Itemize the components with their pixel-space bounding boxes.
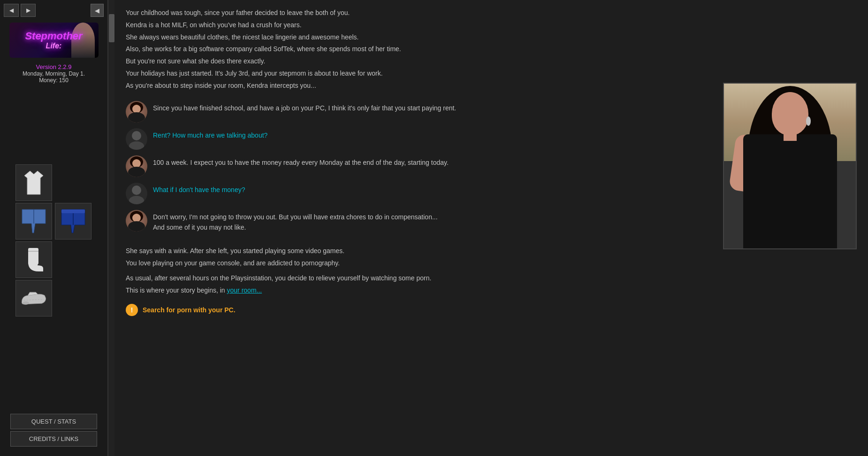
character-photo — [723, 83, 857, 249]
content-wrapper: Your childhood was tough, since your fat… — [126, 8, 857, 316]
version-info: Version 2.2.9 Monday, Morning, Day 1. Mo… — [23, 63, 85, 84]
quest-text[interactable]: Search for porn with your PC. — [143, 306, 236, 314]
intro-line-6: Your holidays has just started. It's Jul… — [126, 68, 857, 79]
outro-line-2: You love playing on your game console, a… — [126, 258, 857, 269]
collapse-button[interactable]: ◀ — [91, 4, 104, 17]
quest-icon: ! — [126, 304, 138, 316]
intro-line-1: Your childhood was tough, since your fat… — [126, 8, 857, 19]
player-avatar-icon-2 — [126, 183, 147, 204]
intro-line-3: She always wears beautiful clothes, the … — [126, 32, 857, 43]
back-button[interactable]: ◀ — [4, 4, 19, 17]
svg-marker-0 — [24, 171, 43, 194]
intro-block: Your childhood was tough, since your fat… — [126, 8, 857, 92]
quest-stats-button[interactable]: QUEST / STATS — [10, 414, 97, 429]
inventory-item-empty3 — [55, 280, 91, 317]
forward-button[interactable]: ▶ — [21, 4, 36, 17]
inventory-item-boxers[interactable] — [55, 203, 91, 240]
inventory-item-jeans[interactable] — [15, 203, 52, 240]
logo-line2: Life: — [25, 42, 82, 50]
svg-point-8 — [23, 301, 29, 305]
boxers-icon — [59, 207, 87, 235]
sneakers-icon — [20, 284, 48, 312]
tshirt-icon — [20, 169, 48, 197]
final-line-2-text: This is where your story begins, in — [126, 286, 227, 294]
final-line-2: This is where your story begins, in your… — [126, 285, 857, 296]
scrollbar[interactable] — [108, 0, 114, 456]
inventory — [12, 161, 96, 320]
svg-point-23 — [132, 214, 141, 222]
player-avatar-icon — [126, 128, 147, 150]
svg-point-20 — [129, 196, 144, 204]
intro-line-5: But you're not sure what she does there … — [126, 56, 857, 67]
logo-line1: Stepmother — [25, 31, 82, 42]
dialogue-section: Since you have finished school, and have… — [126, 95, 857, 239]
final-block: As usual, after several hours on the Pla… — [126, 273, 857, 296]
version-number: Version 2.2.9 — [23, 63, 85, 70]
svg-rect-5 — [61, 209, 85, 213]
kendra-avatar-icon-2 — [126, 155, 147, 177]
woman-figure — [724, 84, 856, 248]
kendra-dialogue-3: Don't worry, I'm not going to throw you … — [153, 210, 438, 233]
jeans-icon — [20, 207, 48, 235]
inventory-item-empty2 — [55, 241, 91, 278]
kendra-avatar-icon — [126, 101, 147, 123]
final-line-1: As usual, after several hours on the Pla… — [126, 273, 857, 284]
inventory-item-tshirt[interactable] — [15, 164, 52, 201]
kendra-avatar-1 — [126, 101, 147, 123]
svg-point-11 — [132, 105, 141, 113]
player-dialogue-2: What if I don't have the money? — [153, 183, 245, 195]
your-room-link[interactable]: your room... — [227, 286, 262, 294]
inventory-item-empty1 — [55, 164, 91, 201]
money-display: Money: 150 — [23, 77, 85, 84]
svg-point-24 — [128, 221, 145, 232]
kendra-avatar-2 — [126, 155, 147, 177]
kendra-avatar-icon-3 — [126, 210, 147, 232]
inventory-item-socks[interactable] — [15, 241, 52, 278]
player-avatar-1 — [126, 128, 147, 150]
kendra-dialogue-3-line1: Don't worry, I'm not going to throw you … — [153, 213, 438, 221]
svg-point-17 — [132, 159, 141, 168]
kendra-dialogue-2: 100 a week. I expect you to have the mon… — [153, 155, 449, 168]
kendra-dialogue-3-line2: And some of it you may not like. — [153, 224, 246, 231]
player-dialogue-1: Rent? How much are we talking about? — [153, 128, 267, 140]
quest-action[interactable]: ! Search for porn with your PC. — [126, 304, 857, 316]
kendra-avatar-3 — [126, 210, 147, 232]
intro-line-2: Kendra is a hot MILF, on which you've ha… — [126, 20, 857, 31]
svg-point-12 — [128, 112, 145, 123]
scroll-thumb[interactable] — [109, 14, 114, 42]
sidebar: ◀ ▶ ◀ Stepmother Life: Version 2.2.9 Mon… — [0, 0, 108, 456]
nav-bar: ◀ ▶ ◀ — [0, 0, 107, 21]
svg-point-18 — [128, 167, 145, 177]
svg-rect-6 — [28, 248, 38, 264]
credits-links-button[interactable]: CREDITS / LINKS — [10, 431, 97, 447]
kendra-dialogue-1: Since you have finished school, and have… — [153, 101, 456, 113]
inventory-item-sneakers[interactable] — [15, 280, 52, 317]
intro-line-4: Also, she works for a big software compa… — [126, 44, 857, 55]
bottom-buttons: QUEST / STATS CREDITS / LINKS — [0, 414, 107, 447]
svg-point-19 — [132, 185, 141, 195]
day-info: Monday, Morning, Day 1. — [23, 70, 85, 77]
svg-point-13 — [132, 131, 141, 140]
player-avatar-2 — [126, 183, 147, 204]
svg-point-14 — [129, 141, 144, 150]
main-content: Your childhood was tough, since your fat… — [114, 0, 868, 456]
game-logo: Stepmother Life: — [9, 23, 99, 58]
socks-icon — [20, 246, 48, 274]
